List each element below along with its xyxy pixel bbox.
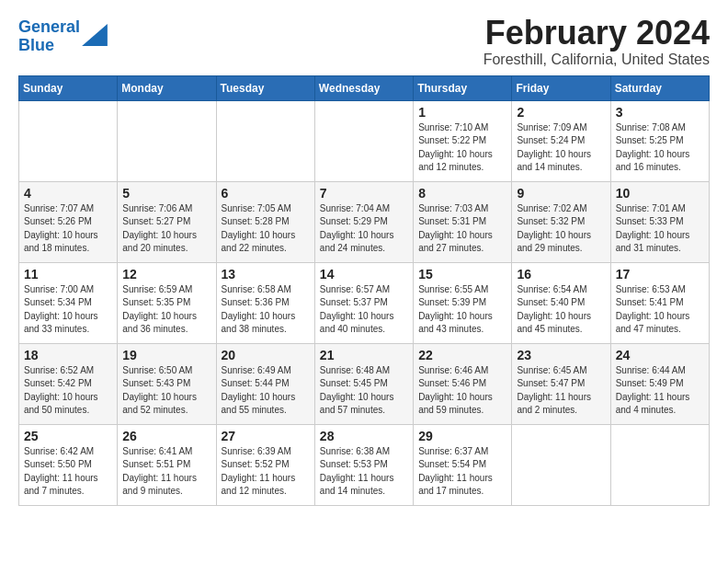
calendar-cell: 15Sunrise: 6:55 AMSunset: 5:39 PMDayligh… [414,262,512,343]
calendar-cell: 25Sunrise: 6:42 AMSunset: 5:50 PMDayligh… [19,424,118,505]
calendar-cell: 22Sunrise: 6:46 AMSunset: 5:46 PMDayligh… [414,343,512,424]
day-info: Sunrise: 6:48 AMSunset: 5:45 PMDaylight:… [320,364,408,418]
day-info: Sunrise: 6:59 AMSunset: 5:35 PMDaylight:… [122,283,210,337]
day-number: 13 [222,267,310,282]
calendar-cell: 19Sunrise: 6:50 AMSunset: 5:43 PMDayligh… [118,343,216,424]
weekday-header: Saturday [610,75,709,100]
calendar-cell [216,100,314,181]
day-info: Sunrise: 7:02 AMSunset: 5:32 PMDaylight:… [517,202,605,256]
day-number: 29 [418,429,506,443]
logo: General Blue [18,18,108,55]
weekday-header: Tuesday [216,75,314,100]
calendar-cell: 7Sunrise: 7:04 AMSunset: 5:29 PMDaylight… [314,181,413,262]
calendar-cell: 6Sunrise: 7:05 AMSunset: 5:28 PMDaylight… [216,181,314,262]
calendar-week-row: 18Sunrise: 6:52 AMSunset: 5:42 PMDayligh… [19,343,710,424]
day-number: 12 [122,267,210,282]
calendar-cell: 10Sunrise: 7:01 AMSunset: 5:33 PMDayligh… [610,181,709,262]
logo-text: General Blue [18,18,80,55]
day-info: Sunrise: 7:01 AMSunset: 5:33 PMDaylight:… [616,202,704,256]
weekday-header: Friday [512,75,610,100]
calendar-week-row: 25Sunrise: 6:42 AMSunset: 5:50 PMDayligh… [19,424,710,505]
calendar-title: February 2024 [483,15,710,52]
day-number: 8 [418,186,506,201]
weekday-header: Thursday [414,75,512,100]
day-info: Sunrise: 6:38 AMSunset: 5:53 PMDaylight:… [320,445,408,499]
day-number: 21 [320,348,408,362]
weekday-header: Monday [118,75,216,100]
calendar-cell: 14Sunrise: 6:57 AMSunset: 5:37 PMDayligh… [314,262,413,343]
day-info: Sunrise: 7:03 AMSunset: 5:31 PMDaylight:… [418,202,506,256]
day-info: Sunrise: 6:50 AMSunset: 5:43 PMDaylight:… [122,364,210,418]
day-number: 17 [616,267,704,282]
day-info: Sunrise: 7:06 AMSunset: 5:27 PMDaylight:… [122,202,210,256]
day-info: Sunrise: 6:54 AMSunset: 5:40 PMDaylight:… [517,283,605,337]
calendar-cell: 23Sunrise: 6:45 AMSunset: 5:47 PMDayligh… [512,343,610,424]
day-info: Sunrise: 7:04 AMSunset: 5:29 PMDaylight:… [320,202,408,256]
calendar-cell: 18Sunrise: 6:52 AMSunset: 5:42 PMDayligh… [19,343,118,424]
day-info: Sunrise: 6:42 AMSunset: 5:50 PMDaylight:… [24,445,112,499]
calendar-cell [118,100,216,181]
calendar-cell [610,424,709,505]
calendar-cell: 13Sunrise: 6:58 AMSunset: 5:36 PMDayligh… [216,262,314,343]
day-number: 18 [24,348,112,362]
day-info: Sunrise: 7:07 AMSunset: 5:26 PMDaylight:… [24,202,112,256]
day-info: Sunrise: 7:10 AMSunset: 5:22 PMDaylight:… [418,121,506,175]
day-number: 15 [418,267,506,282]
day-info: Sunrise: 6:41 AMSunset: 5:51 PMDaylight:… [122,445,210,499]
day-number: 20 [222,348,310,362]
calendar-cell: 20Sunrise: 6:49 AMSunset: 5:44 PMDayligh… [216,343,314,424]
day-number: 10 [616,186,704,201]
day-info: Sunrise: 6:57 AMSunset: 5:37 PMDaylight:… [320,283,408,337]
day-number: 11 [24,267,112,282]
calendar-cell: 5Sunrise: 7:06 AMSunset: 5:27 PMDaylight… [118,181,216,262]
calendar-week-row: 11Sunrise: 7:00 AMSunset: 5:34 PMDayligh… [19,262,710,343]
calendar-table: SundayMondayTuesdayWednesdayThursdayFrid… [18,75,710,506]
day-info: Sunrise: 6:45 AMSunset: 5:47 PMDaylight:… [517,364,605,418]
calendar-cell [19,100,118,181]
calendar-body: 1Sunrise: 7:10 AMSunset: 5:22 PMDaylight… [19,100,710,505]
day-info: Sunrise: 7:05 AMSunset: 5:28 PMDaylight:… [222,202,310,256]
day-number: 19 [122,348,210,362]
day-info: Sunrise: 6:46 AMSunset: 5:46 PMDaylight:… [418,364,506,418]
day-number: 1 [418,105,506,120]
day-number: 14 [320,267,408,282]
day-info: Sunrise: 7:08 AMSunset: 5:25 PMDaylight:… [616,121,704,175]
day-info: Sunrise: 7:09 AMSunset: 5:24 PMDaylight:… [517,121,605,175]
calendar-cell: 4Sunrise: 7:07 AMSunset: 5:26 PMDaylight… [19,181,118,262]
day-info: Sunrise: 6:55 AMSunset: 5:39 PMDaylight:… [418,283,506,337]
day-number: 5 [122,186,210,201]
day-info: Sunrise: 6:39 AMSunset: 5:52 PMDaylight:… [222,445,310,499]
day-info: Sunrise: 6:49 AMSunset: 5:44 PMDaylight:… [222,364,310,418]
day-number: 7 [320,186,408,201]
day-number: 26 [122,429,210,443]
calendar-cell: 2Sunrise: 7:09 AMSunset: 5:24 PMDaylight… [512,100,610,181]
day-number: 16 [517,267,605,282]
day-number: 6 [222,186,310,201]
day-number: 23 [517,348,605,362]
svg-marker-0 [82,24,108,46]
calendar-cell: 11Sunrise: 7:00 AMSunset: 5:34 PMDayligh… [19,262,118,343]
day-number: 24 [616,348,704,362]
calendar-cell: 24Sunrise: 6:44 AMSunset: 5:49 PMDayligh… [610,343,709,424]
title-area: February 2024 Foresthill, California, Un… [483,15,710,68]
calendar-cell: 17Sunrise: 6:53 AMSunset: 5:41 PMDayligh… [610,262,709,343]
day-number: 27 [222,429,310,443]
day-number: 9 [517,186,605,201]
calendar-week-row: 4Sunrise: 7:07 AMSunset: 5:26 PMDaylight… [19,181,710,262]
calendar-cell [314,100,413,181]
weekday-header: Wednesday [314,75,413,100]
calendar-cell: 27Sunrise: 6:39 AMSunset: 5:52 PMDayligh… [216,424,314,505]
day-number: 28 [320,429,408,443]
day-info: Sunrise: 6:52 AMSunset: 5:42 PMDaylight:… [24,364,112,418]
day-info: Sunrise: 6:37 AMSunset: 5:54 PMDaylight:… [418,445,506,499]
day-info: Sunrise: 6:44 AMSunset: 5:49 PMDaylight:… [616,364,704,418]
day-info: Sunrise: 7:00 AMSunset: 5:34 PMDaylight:… [24,283,112,337]
day-info: Sunrise: 6:58 AMSunset: 5:36 PMDaylight:… [222,283,310,337]
day-number: 25 [24,429,112,443]
calendar-cell: 12Sunrise: 6:59 AMSunset: 5:35 PMDayligh… [118,262,216,343]
day-number: 22 [418,348,506,362]
calendar-subtitle: Foresthill, California, United States [483,52,710,68]
header: General Blue February 2024 Foresthill, C… [18,15,710,68]
calendar-cell: 9Sunrise: 7:02 AMSunset: 5:32 PMDaylight… [512,181,610,262]
day-info: Sunrise: 6:53 AMSunset: 5:41 PMDaylight:… [616,283,704,337]
